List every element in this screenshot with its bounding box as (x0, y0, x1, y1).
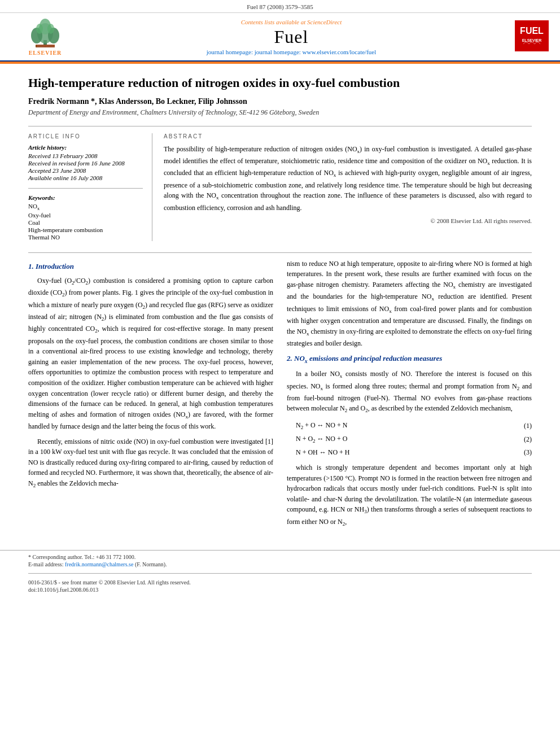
doi-line: doi:10.1016/j.fuel.2008.06.013 (28, 587, 532, 593)
homepage-url[interactable]: journal homepage: www.elsevier.com/locat… (255, 49, 377, 55)
article-title: High-temperature reduction of nitrogen o… (28, 75, 532, 91)
article-page: Fuel 87 (2008) 3579–3585 ELSEVIER (0, 0, 560, 747)
keywords-section: Keywords: NOx Oxy-fuel Coal High-tempera… (28, 194, 143, 241)
abstract-label: ABSTRACT (164, 133, 532, 139)
nox-para1: In a boiler NOx consists mostly of NO. T… (287, 369, 532, 416)
fuel-logo-svg: FUEL ELSEVIER (515, 20, 549, 51)
fuel-logo-box: FUEL ELSEVIER (504, 20, 549, 54)
keyword-5: Thermal NO (28, 234, 143, 241)
email-prefix: E-mail address: (28, 561, 65, 567)
footer-divider (28, 573, 532, 574)
sciencedirect-brand[interactable]: ScienceDirect (307, 19, 342, 25)
available-date: Available online 16 July 2008 (28, 174, 143, 181)
abstract-col: ABSTRACT The possibility of high-tempera… (164, 133, 532, 241)
revised-date: Received in revised form 16 June 2008 (28, 160, 143, 167)
footnote-corresponding: * Corresponding author. Tel.: +46 31 772… (28, 554, 532, 560)
contents-text: Contents lists available at (241, 19, 307, 25)
intro-heading: 1. Introduction (28, 261, 273, 272)
svg-point-5 (36, 24, 43, 34)
journal-citation: Fuel 87 (2008) 3579–3585 (247, 3, 313, 10)
sciencedirect-line: Contents lists available at ScienceDirec… (79, 19, 504, 25)
journal-title: Fuel (79, 27, 504, 47)
svg-point-6 (47, 24, 54, 34)
svg-rect-8 (37, 45, 55, 47)
elsevier-logo: ELSEVIER (11, 18, 79, 56)
keyword-1: NOx (28, 203, 143, 211)
article-info-abstract: ARTICLE INFO Article history: Received 1… (28, 126, 532, 241)
email-link[interactable]: fredrik.normann@chalmers.se (65, 561, 133, 567)
nox-heading: 2. NOx emissions and principal reduction… (287, 353, 532, 365)
body-two-col: 1. Introduction Oxy-fuel (O2/CO2) combus… (28, 259, 532, 533)
received-date: Received 13 February 2008 (28, 152, 143, 159)
keyword-4: High-temperature combustion (28, 226, 143, 233)
eq1-number: (1) (515, 421, 532, 431)
journal-header: ELSEVIER Contents lists available at Sci… (0, 13, 560, 62)
keyword-3: Coal (28, 219, 143, 226)
authors-line: Fredrik Normann *, Klas Andersson, Bo Le… (28, 97, 532, 106)
equation-3: N + OH ↔ NO + H (3) (296, 447, 532, 458)
svg-text:ELSEVIER: ELSEVIER (522, 38, 542, 42)
journal-homepage: journal homepage: journal homepage: www.… (79, 49, 504, 55)
keywords-title: Keywords: (28, 194, 143, 201)
fuel-logo: FUEL ELSEVIER (515, 20, 549, 51)
equations-block: N2 + O ↔ NO + N (1) N + O2 ↔ NO + O (2) … (296, 420, 532, 458)
body-right-col: nism to reduce NO at high temperature, o… (287, 259, 532, 533)
journal-citation-bar: Fuel 87 (2008) 3579–3585 (0, 0, 560, 13)
journal-center: Contents lists available at ScienceDirec… (79, 19, 504, 55)
body-left-col: 1. Introduction Oxy-fuel (O2/CO2) combus… (28, 259, 273, 533)
footnote-email: E-mail address: fredrik.normann@chalmers… (28, 561, 532, 567)
eq2-number: (2) (515, 434, 532, 445)
issn-line: 0016-2361/$ - see front matter © 2008 El… (28, 579, 532, 586)
nox-para2: which is strongly temperature dependent … (287, 462, 532, 528)
svg-rect-10 (515, 20, 549, 51)
history-title: Article history: (28, 144, 143, 151)
eq3-number: (3) (515, 447, 532, 458)
equation-1: N2 + O ↔ NO + N (1) (296, 420, 532, 432)
right-para1: nism to reduce NO at high temperature, o… (287, 259, 532, 349)
elsevier-tree-icon (25, 18, 65, 49)
email-suffix: (F. Normann). (133, 561, 167, 567)
copyright-text: © 2008 Elsevier Ltd. All rights reserved… (164, 217, 532, 224)
eq2-text: N + O2 ↔ NO + O (296, 434, 515, 445)
article-history: Article history: Received 13 February 20… (28, 144, 143, 181)
main-divider (28, 252, 532, 253)
article-footer: * Corresponding author. Tel.: +46 31 772… (0, 550, 560, 597)
abstract-text: The possibility of high-temperature redu… (164, 144, 532, 213)
eq1-text: N2 + O ↔ NO + N (296, 420, 515, 432)
equation-2: N + O2 ↔ NO + O (2) (296, 434, 532, 445)
article-info-label: ARTICLE INFO (28, 133, 143, 139)
info-divider (28, 188, 143, 189)
affiliation-line: Department of Energy and Environment, Ch… (28, 108, 532, 117)
accepted-date: Accepted 23 June 2008 (28, 167, 143, 174)
article-info-col: ARTICLE INFO Article history: Received 1… (28, 133, 152, 241)
homepage-prefix: journal homepage: (207, 49, 255, 55)
intro-para1: Oxy-fuel (O2/CO2) combustion is consider… (28, 276, 273, 432)
elsevier-brand-text: ELSEVIER (29, 50, 62, 56)
keyword-2: Oxy-fuel (28, 212, 143, 219)
article-content: High-temperature reduction of nitrogen o… (0, 64, 560, 544)
intro-para2: Recently, emissions of nitric oxide (NO)… (28, 436, 273, 491)
eq3-text: N + OH ↔ NO + H (296, 447, 515, 458)
svg-text:FUEL: FUEL (520, 26, 544, 36)
